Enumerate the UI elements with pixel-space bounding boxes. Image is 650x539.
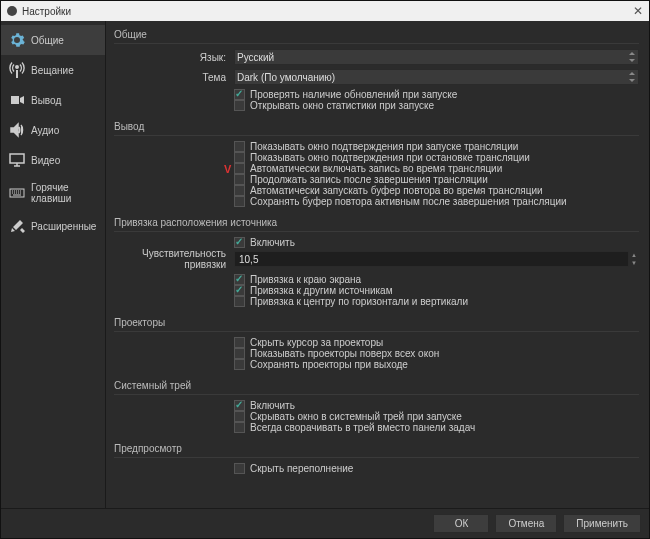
apply-button[interactable]: Применить (563, 514, 641, 533)
app-icon (7, 6, 17, 16)
sidebar-item-stream[interactable]: Вещание (1, 55, 105, 85)
sidebar-item-label: Вывод (31, 95, 61, 106)
group-title: Вывод (114, 119, 639, 134)
confirm-start-label: Показывать окно подтверждения при запуск… (250, 141, 518, 152)
gear-icon (9, 32, 25, 48)
group-output: Вывод Показывать окно подтверждения при … (114, 119, 639, 207)
auto-record-checkbox[interactable] (234, 163, 245, 174)
sidebar-item-video[interactable]: Видео (1, 145, 105, 175)
marker-icon: V (224, 163, 231, 175)
theme-label: Тема (114, 72, 234, 83)
save-exit-label: Сохранять проекторы при выходе (250, 359, 408, 370)
sidebar-item-general[interactable]: Общие (1, 25, 105, 55)
tray-min-checkbox[interactable] (234, 422, 245, 433)
auto-replay-label: Автоматически запускать буфер повтора во… (250, 185, 543, 196)
group-title: Предпросмотр (114, 441, 639, 456)
hide-cursor-label: Скрыть курсор за проекторы (250, 337, 383, 348)
tray-enable-checkbox[interactable] (234, 400, 245, 411)
close-icon[interactable]: ✕ (633, 4, 643, 18)
spin-down-icon[interactable]: ▼ (629, 259, 639, 267)
antenna-icon (9, 62, 25, 78)
keep-replay-checkbox[interactable] (234, 196, 245, 207)
sidebar-item-label: Горячие клавиши (31, 182, 97, 204)
output-icon (9, 92, 25, 108)
save-exit-checkbox[interactable] (234, 359, 245, 370)
snap-enable-checkbox[interactable] (234, 237, 245, 248)
cancel-button[interactable]: Отмена (495, 514, 557, 533)
group-title: Системный трей (114, 378, 639, 393)
auto-replay-checkbox[interactable] (234, 185, 245, 196)
confirm-stop-checkbox[interactable] (234, 152, 245, 163)
continue-record-checkbox[interactable] (234, 174, 245, 185)
group-title: Привязка расположения источника (114, 215, 639, 230)
tools-icon (9, 218, 25, 234)
group-projectors: Проекторы Скрыть курсор за проекторы Пок… (114, 315, 639, 370)
snap-sources-checkbox[interactable] (234, 285, 245, 296)
auto-record-label: Автоматически включать запись во время т… (250, 163, 502, 174)
snap-center-label: Привязка к центру по горизонтали и верти… (250, 296, 468, 307)
sidebar-item-audio[interactable]: Аудио (1, 115, 105, 145)
always-top-checkbox[interactable] (234, 348, 245, 359)
group-title: Общие (114, 27, 639, 42)
spin-up-icon[interactable]: ▲ (629, 251, 639, 259)
open-stats-checkbox[interactable] (234, 100, 245, 111)
audio-icon (9, 122, 25, 138)
sidebar-item-label: Общие (31, 35, 64, 46)
ok-button[interactable]: ОК (433, 514, 489, 533)
continue-record-label: Продолжать запись после завершения транс… (250, 174, 488, 185)
language-select[interactable]: Русский (234, 49, 639, 65)
tray-hide-checkbox[interactable] (234, 411, 245, 422)
footer: ОК Отмена Применить (1, 508, 649, 538)
language-label: Язык: (114, 52, 234, 63)
confirm-start-checkbox[interactable] (234, 141, 245, 152)
group-tray: Системный трей Включить Скрывать окно в … (114, 378, 639, 433)
snap-enable-label: Включить (250, 237, 295, 248)
hide-overflow-checkbox[interactable] (234, 463, 245, 474)
group-general: Общие Язык: Русский Тема Dark (По умолча… (114, 27, 639, 111)
keyboard-icon (9, 185, 25, 201)
snap-sources-label: Привязка к другим источникам (250, 285, 393, 296)
window-title: Настройки (22, 6, 71, 17)
content-pane: Общие Язык: Русский Тема Dark (По умолча… (106, 21, 649, 508)
sidebar-item-label: Вещание (31, 65, 74, 76)
sidebar-item-label: Расширенные (31, 221, 96, 232)
open-stats-label: Открывать окно статистики при запуске (250, 100, 434, 111)
check-updates-label: Проверять наличие обновлений при запуске (250, 89, 457, 100)
keep-replay-label: Сохранять буфер повтора активным после з… (250, 196, 567, 207)
sidebar-item-label: Видео (31, 155, 60, 166)
hide-overflow-label: Скрыть переполнение (250, 463, 353, 474)
check-updates-checkbox[interactable] (234, 89, 245, 100)
monitor-icon (9, 152, 25, 168)
sidebar-item-label: Аудио (31, 125, 59, 136)
snap-sens-input[interactable] (234, 251, 629, 267)
sidebar-item-hotkeys[interactable]: Горячие клавиши (1, 175, 105, 211)
hide-cursor-checkbox[interactable] (234, 337, 245, 348)
sidebar-item-output[interactable]: Вывод (1, 85, 105, 115)
tray-min-label: Всегда сворачивать в трей вместо панели … (250, 422, 475, 433)
confirm-stop-label: Показывать окно подтверждения при остано… (250, 152, 530, 163)
always-top-label: Показывать проекторы поверх всех окон (250, 348, 439, 359)
sidebar-item-advanced[interactable]: Расширенные (1, 211, 105, 241)
snap-center-checkbox[interactable] (234, 296, 245, 307)
group-preview: Предпросмотр Скрыть переполнение (114, 441, 639, 474)
titlebar: Настройки ✕ (1, 1, 649, 21)
snap-edge-label: Привязка к краю экрана (250, 274, 361, 285)
svg-rect-0 (10, 154, 24, 163)
theme-select[interactable]: Dark (По умолчанию) (234, 69, 639, 85)
sidebar: Общие Вещание Вывод Аудио Видео Горячие … (1, 21, 106, 508)
group-snap: Привязка расположения источника Включить… (114, 215, 639, 307)
tray-hide-label: Скрывать окно в системный трей при запус… (250, 411, 462, 422)
group-title: Проекторы (114, 315, 639, 330)
tray-enable-label: Включить (250, 400, 295, 411)
snap-sens-label: Чувствительность привязки (114, 248, 234, 270)
